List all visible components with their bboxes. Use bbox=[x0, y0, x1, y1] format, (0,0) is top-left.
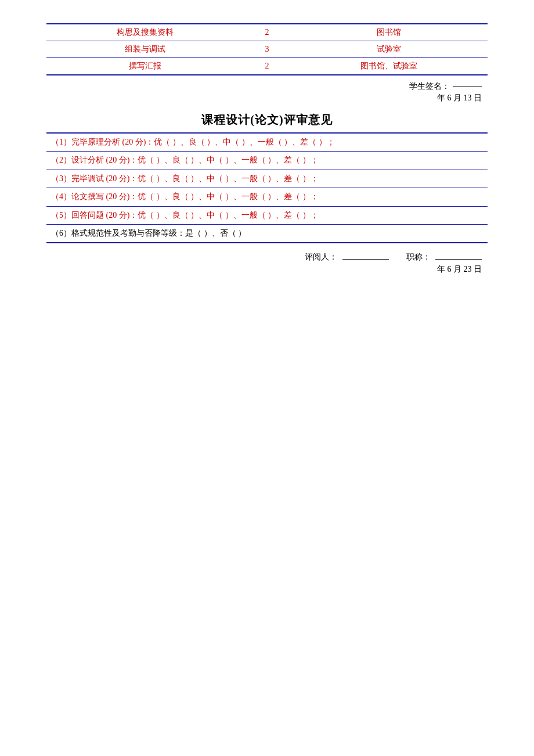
schedule-row: 构思及搜集资料 2 图书馆 bbox=[46, 24, 488, 41]
review-row: （5）回答问题 (20 分)：优（ ）、良（ ）、中（ ）、一般（ ）、差（ ）… bbox=[46, 206, 488, 224]
review-row: （6）格式规范性及考勤与否降等级：是（ ）、否（ ） bbox=[46, 224, 488, 243]
reviewer-blank bbox=[342, 259, 389, 260]
review-cell: （6）格式规范性及考勤与否降等级：是（ ）、否（ ） bbox=[46, 224, 488, 243]
review-cell: （5）回答问题 (20 分)：优（ ）、良（ ）、中（ ）、一般（ ）、差（ ）… bbox=[46, 206, 488, 224]
section-title: 课程设计(论文)评审意见 bbox=[46, 112, 488, 128]
reviewer-row: 评阅人： 职称： bbox=[46, 252, 488, 262]
date2-row: 年 6 月 23 日 bbox=[46, 264, 488, 275]
review-cell: （3）完毕调试 (20 分)：优（ ）、良（ ）、中（ ）、一般（ ）、差（ ）… bbox=[46, 170, 488, 188]
page: 构思及搜集资料 2 图书馆 组装与调试 3 试验室 撰写汇报 2 图书馆、试验室… bbox=[0, 0, 534, 756]
task-cell: 组装与调试 bbox=[46, 41, 244, 58]
location-cell: 图书馆、试验室 bbox=[290, 58, 488, 75]
review-cell: （2）设计分析 (20 分)：优（ ）、良（ ）、中（ ）、一般（ ）、差（ ）… bbox=[46, 152, 488, 170]
location-cell: 试验室 bbox=[290, 41, 488, 58]
review-cell: （1）完毕原理分析 (20 分)：优（ ）、良（ ）、中（ ）、一般（ ）、差（… bbox=[46, 133, 488, 152]
review-row: （1）完毕原理分析 (20 分)：优（ ）、良（ ）、中（ ）、一般（ ）、差（… bbox=[46, 133, 488, 152]
schedule-table: 构思及搜集资料 2 图书馆 组装与调试 3 试验室 撰写汇报 2 图书馆、试验室 bbox=[46, 23, 488, 75]
student-sign-line bbox=[453, 87, 482, 87]
weeks-cell: 2 bbox=[244, 24, 290, 41]
reviewer-label: 评阅人： bbox=[305, 252, 389, 262]
task-cell: 撰写汇报 bbox=[46, 58, 244, 75]
student-sign-label: 学生签名： bbox=[409, 81, 450, 92]
review-table: （1）完毕原理分析 (20 分)：优（ ）、良（ ）、中（ ）、一般（ ）、差（… bbox=[46, 132, 488, 243]
date1-text: 年 6 月 13 日 bbox=[437, 93, 482, 103]
review-cell: （4）论文撰写 (20 分)：优（ ）、良（ ）、中（ ）、一般（ ）、差（ ）… bbox=[46, 188, 488, 206]
task-cell: 构思及搜集资料 bbox=[46, 24, 244, 41]
review-row: （2）设计分析 (20 分)：优（ ）、良（ ）、中（ ）、一般（ ）、差（ ）… bbox=[46, 152, 488, 170]
review-row: （4）论文撰写 (20 分)：优（ ）、良（ ）、中（ ）、一般（ ）、差（ ）… bbox=[46, 188, 488, 206]
date1-row: 年 6 月 13 日 bbox=[46, 93, 488, 103]
title-blank bbox=[435, 259, 482, 260]
date2-text: 年 6 月 23 日 bbox=[437, 264, 482, 275]
review-row: （3）完毕调试 (20 分)：优（ ）、良（ ）、中（ ）、一般（ ）、差（ ）… bbox=[46, 170, 488, 188]
weeks-cell: 3 bbox=[244, 41, 290, 58]
location-cell: 图书馆 bbox=[290, 24, 488, 41]
student-sign-row: 学生签名： bbox=[46, 81, 488, 92]
weeks-cell: 2 bbox=[244, 58, 290, 75]
schedule-row: 撰写汇报 2 图书馆、试验室 bbox=[46, 58, 488, 75]
schedule-row: 组装与调试 3 试验室 bbox=[46, 41, 488, 58]
title-label: 职称： bbox=[406, 252, 482, 262]
